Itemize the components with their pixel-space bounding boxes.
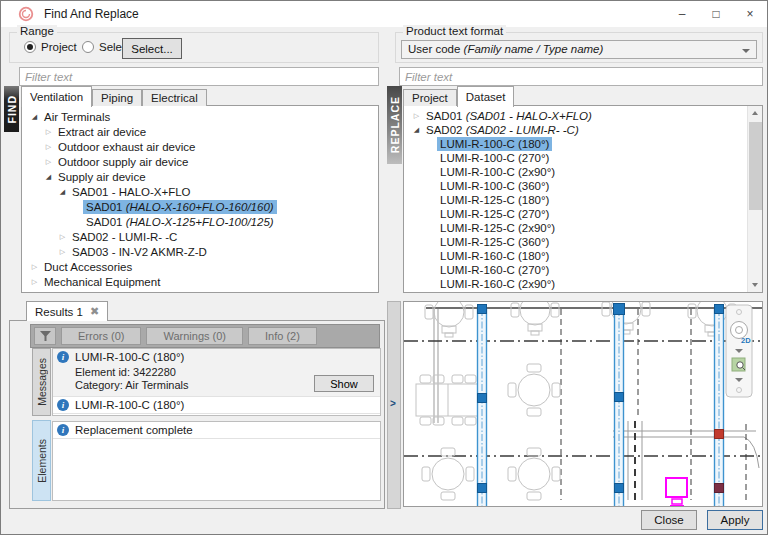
- select-button[interactable]: Select...: [122, 38, 182, 59]
- severity-filter-tab[interactable]: Info (2): [248, 327, 317, 345]
- tree-item[interactable]: SAD02 (SAD02 - LUMI-R- -C): [404, 123, 746, 137]
- replace-filter-input[interactable]: [399, 67, 763, 86]
- expander-icon[interactable]: [28, 113, 41, 121]
- severity-filter-tabs: Errors (0)Warnings (0)Info (2): [61, 327, 317, 345]
- results-panel: Errors (0)Warnings (0)Info (2) Messages …: [9, 320, 385, 509]
- status-messages-list: iReplacement complete: [52, 421, 381, 501]
- severity-filter-tab[interactable]: Warnings (0): [146, 327, 243, 345]
- tree-item[interactable]: LUMI-R-125-C (270°): [404, 207, 746, 221]
- tree-item[interactable]: Outdoor exhaust air device: [22, 139, 378, 154]
- tree-item[interactable]: LUMI-R-160-C (180°): [404, 249, 746, 263]
- selection-handles[interactable]: [478, 304, 724, 493]
- tab[interactable]: Dataset: [457, 86, 515, 107]
- minimize-button[interactable]: –: [665, 1, 699, 27]
- show-button[interactable]: Show: [314, 375, 374, 392]
- tree-item[interactable]: Duct Accessories: [22, 259, 378, 274]
- scroll-up-icon[interactable]: [748, 106, 763, 120]
- expander-icon[interactable]: [56, 233, 69, 241]
- expander-icon[interactable]: [28, 263, 41, 271]
- results-toolbar: Errors (0)Warnings (0)Info (2): [30, 324, 380, 348]
- expander-icon[interactable]: [42, 128, 55, 136]
- info-icon: i: [57, 399, 69, 411]
- tab[interactable]: Electrical: [142, 89, 207, 106]
- tree-item[interactable]: LUMI-R-160-C (2x90°): [404, 277, 746, 291]
- floor-plan-preview[interactable]: 2D: [404, 302, 762, 506]
- message-item[interactable]: iReplacement complete: [53, 422, 380, 439]
- scroll-down-icon[interactable]: [748, 278, 763, 292]
- filter-funnel-button[interactable]: [34, 327, 56, 345]
- tab[interactable]: Project: [403, 89, 457, 106]
- chevron-down-icon: [742, 49, 750, 53]
- find-filter-input[interactable]: [19, 67, 379, 86]
- message-text: LUMI-R-100-C (180°): [75, 399, 184, 411]
- tab[interactable]: Piping: [92, 89, 142, 106]
- funnel-icon: [40, 331, 51, 341]
- app-icon: [18, 6, 34, 22]
- maximize-button[interactable]: □: [699, 1, 733, 27]
- splitter-expand-icon[interactable]: >: [390, 398, 396, 409]
- duct-runs: [478, 309, 724, 506]
- expander-icon[interactable]: [410, 112, 423, 120]
- message-text: LUMI-R-100-C (180°): [75, 351, 184, 363]
- tree-item[interactable]: LUMI-R-125-C (180°): [404, 193, 746, 207]
- replace-side-label: REPLACE: [387, 86, 402, 164]
- expander-icon[interactable]: [42, 143, 55, 151]
- message-item[interactable]: iLUMI-R-100-C (180°): [53, 397, 380, 414]
- tree-item[interactable]: LUMI-R-160-C (270°): [404, 263, 746, 277]
- drawing-preview: 2D: [403, 301, 763, 507]
- severity-filter-tab[interactable]: Errors (0): [61, 327, 141, 345]
- radio-project[interactable]: Project: [24, 41, 77, 53]
- apply-button[interactable]: Apply: [707, 510, 763, 530]
- product-text-format-group: Product text format User code (Family na…: [395, 32, 763, 63]
- radio-project-label: Project: [41, 41, 77, 53]
- tree-item[interactable]: Air Terminals: [22, 109, 378, 124]
- tree-item[interactable]: SAD01 - HALO-X+FLO: [22, 184, 378, 199]
- message-item[interactable]: iLUMI-R-100-C (180°)Element id: 3422280C…: [53, 349, 380, 397]
- expander-icon[interactable]: [28, 278, 41, 286]
- zoom-icon[interactable]: [732, 358, 745, 371]
- duct-run: [715, 309, 724, 506]
- navigation-bar[interactable]: 2D: [726, 305, 752, 397]
- expander-icon[interactable]: [56, 188, 69, 196]
- info-icon: i: [57, 351, 69, 363]
- messages-list: iLUMI-R-100-C (180°)Element id: 3422280C…: [52, 348, 381, 416]
- expander-icon[interactable]: [42, 173, 55, 181]
- expander-icon[interactable]: [42, 158, 55, 166]
- expander-icon[interactable]: [56, 248, 69, 256]
- tree-item[interactable]: SAD01 (SAD01 - HALO-X+FLO): [404, 109, 746, 123]
- tree-item[interactable]: LUMI-R-100-C (360°): [404, 179, 746, 193]
- vertical-scrollbar[interactable]: [747, 106, 762, 292]
- preview-splitter[interactable]: >: [387, 301, 401, 509]
- walls: [426, 308, 762, 500]
- tree-item[interactable]: SAD03 - IN-V2 AKMR-Z-D: [22, 244, 378, 259]
- tree-item[interactable]: SAD01 (HALO-X-160+FLO-160/160): [22, 199, 378, 214]
- replace-tabs: ProjectDataset: [403, 86, 514, 106]
- range-group: Range Project Selection Select...: [9, 32, 379, 63]
- tree-item[interactable]: LUMI-R-100-C (2x90°): [404, 165, 746, 179]
- tab-messages[interactable]: Messages: [32, 348, 51, 416]
- tree-item[interactable]: SAD02 - LUMI-R- -C: [22, 229, 378, 244]
- tab-elements[interactable]: Elements: [32, 420, 51, 501]
- tree-item[interactable]: SAD01 (HALO-X-125+FLO-100/125): [22, 214, 378, 229]
- product-text-format-dropdown[interactable]: User code (Family name / Type name): [401, 40, 757, 59]
- close-results-icon[interactable]: ✖: [90, 305, 99, 318]
- expander-icon[interactable]: [410, 126, 423, 134]
- find-and-replace-window: Find And Replace – □ × Range Project Sel…: [0, 0, 768, 535]
- close-window-button[interactable]: ×: [733, 1, 767, 27]
- magenta-device: [666, 478, 687, 506]
- tree-item[interactable]: Mechanical Equipment: [22, 274, 378, 289]
- close-button[interactable]: Close: [641, 510, 697, 530]
- results-tab[interactable]: Results 1 ✖: [26, 301, 108, 321]
- find-side-label: FIND: [4, 86, 19, 132]
- svg-text:2D: 2D: [741, 336, 751, 345]
- tree-item[interactable]: LUMI-R-125-C (360°): [404, 235, 746, 249]
- tab[interactable]: Ventilation: [21, 86, 92, 107]
- workstation-group: [416, 375, 480, 425]
- tree-item[interactable]: Supply air device: [22, 169, 378, 184]
- tree-item[interactable]: Outdoor supply air device: [22, 154, 378, 169]
- tree-item[interactable]: LUMI-R-100-C (180°): [404, 137, 746, 151]
- tree-item[interactable]: LUMI-R-100-C (270°): [404, 151, 746, 165]
- scrollbar-thumb[interactable]: [749, 122, 762, 210]
- tree-item[interactable]: Extract air device: [22, 124, 378, 139]
- tree-item[interactable]: LUMI-R-125-C (2x90°): [404, 221, 746, 235]
